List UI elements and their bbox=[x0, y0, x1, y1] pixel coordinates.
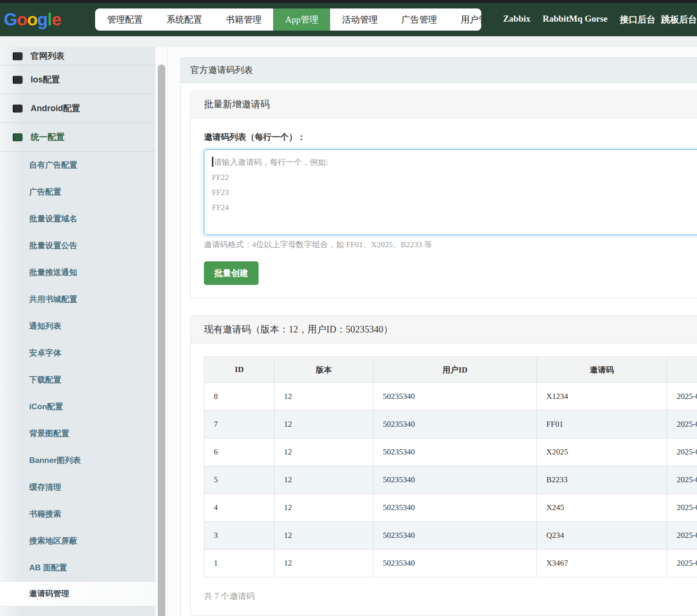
sidebar-item-统一配置[interactable]: 统一配置 bbox=[0, 123, 155, 152]
nav-item-用户管理[interactable]: 用户管理 bbox=[449, 8, 481, 31]
logo-letter: o bbox=[27, 10, 37, 29]
table-header-cell: 版本 bbox=[275, 357, 373, 383]
google-logo[interactable]: Google bbox=[4, 10, 95, 30]
placeholder-line: FF22 bbox=[212, 170, 697, 185]
table-row: 81250235340X12342025-08 bbox=[204, 383, 697, 411]
table-cell: 50235340 bbox=[373, 438, 537, 466]
table-cell: FF01 bbox=[537, 411, 667, 438]
sidebar-menu: 官网列表Ios配置Android配置统一配置自有广告配置广告配置批量设置域名批量… bbox=[0, 47, 155, 616]
sidebar-item-官网列表[interactable]: 官网列表 bbox=[0, 47, 155, 65]
sidebar-item-label: Ios配置 bbox=[31, 74, 60, 85]
table-cell: 12 bbox=[275, 494, 373, 522]
batch-create-button[interactable]: 批量创建 bbox=[204, 261, 259, 285]
nav-item-系统配置[interactable]: 系统配置 bbox=[154, 8, 214, 31]
sidebar-item-通知列表[interactable]: 通知列表 bbox=[0, 313, 155, 340]
nav-link[interactable]: 跳板后台 bbox=[661, 14, 697, 26]
page-panel-body: 批量新增邀请码 邀请码列表（每行一个）： 请输入邀请码，每行一个，例如:FF22… bbox=[181, 83, 697, 616]
table-cell: 6 bbox=[204, 438, 275, 466]
invite-codes-textarea[interactable]: 请输入邀请码，每行一个，例如:FF22FF23FF24 bbox=[204, 149, 697, 235]
invite-codes-count: 共 7 个邀请码 bbox=[204, 591, 697, 602]
sidebar-item-AB 面配置[interactable]: AB 面配置 bbox=[0, 554, 155, 581]
table-cell: 50235340 bbox=[373, 383, 537, 411]
table-row: 51250235340B22332025-08 bbox=[204, 466, 697, 494]
table-row: 11250235340X34672025-06 bbox=[204, 550, 697, 577]
sidebar-item-Android配置[interactable]: Android配置 bbox=[0, 94, 155, 123]
sidebar-item-批量推送通知[interactable]: 批量推送通知 bbox=[0, 259, 155, 286]
sidebar-scrollbar-thumb[interactable] bbox=[158, 65, 165, 616]
table-cell: 2025-08 bbox=[667, 494, 697, 522]
table-cell: X3467 bbox=[537, 550, 667, 577]
table-cell: 8 bbox=[204, 383, 275, 411]
table-cell: 12 bbox=[275, 550, 373, 577]
sidebar-item-背景图配置[interactable]: 背景图配置 bbox=[0, 420, 155, 447]
sidebar-item-label: 统一配置 bbox=[31, 131, 65, 143]
sidebar-item-书籍搜索[interactable]: 书籍搜索 bbox=[0, 501, 155, 527]
table-cell: 12 bbox=[275, 438, 373, 466]
table-row: 31250235340Q2342025-08 bbox=[204, 522, 697, 550]
existing-codes-panel: 现有邀请码（版本：12，用户ID：50235340） ID版本用户ID邀请码 8… bbox=[190, 316, 697, 616]
batch-create-body: 邀请码列表（每行一个）： 请输入邀请码，每行一个，例如:FF22FF23FF24… bbox=[191, 118, 697, 298]
panel-gap bbox=[190, 299, 697, 316]
table-cell: 2025-08 bbox=[667, 383, 697, 411]
table-row: 41250235340X2452025-08 bbox=[204, 494, 697, 522]
table-cell: 50235340 bbox=[373, 494, 537, 522]
book-icon bbox=[13, 133, 23, 141]
textarea-placeholder: 请输入邀请码，每行一个，例如:FF22FF23FF24 bbox=[212, 155, 697, 215]
table-row: 61250235340X20252025-08 bbox=[204, 438, 697, 466]
top-navbar: Google 管理配置系统配置书籍管理App管理活动管理广告管理用户管理 Zab… bbox=[0, 3, 697, 36]
sidebar-item-iCon配置[interactable]: iCon配置 bbox=[0, 393, 155, 420]
table-cell: Q234 bbox=[537, 522, 667, 550]
table-cell: X245 bbox=[537, 494, 667, 522]
table-cell: 2025-08 bbox=[667, 466, 697, 494]
table-cell: 2025-08 bbox=[667, 411, 697, 438]
table-body: 81250235340X12342025-0871250235340FF0120… bbox=[204, 383, 697, 577]
nav-external-links: ZabbixRabbitMq Gorse接口后台跳板后台 bbox=[503, 14, 697, 26]
table-cell: 50235340 bbox=[373, 550, 537, 577]
nav-menu: 管理配置系统配置书籍管理App管理活动管理广告管理用户管理 bbox=[95, 8, 481, 31]
table-cell: 5 bbox=[204, 466, 275, 494]
table-cell: 12 bbox=[275, 522, 373, 550]
sidebar-item-label: Android配置 bbox=[31, 103, 80, 114]
nav-link[interactable]: RabbitMq Gorse bbox=[543, 14, 608, 26]
table-cell: 12 bbox=[275, 466, 373, 494]
invite-code-format-hint: 邀请码格式：4位以上字母数字组合，如 FF01、X2025、B2233 等 bbox=[204, 239, 697, 250]
logo-letter: l bbox=[48, 10, 52, 29]
invite-codes-table: ID版本用户ID邀请码 81250235340X12342025-0871250… bbox=[204, 357, 697, 577]
sidebar-item-Ios配置[interactable]: Ios配置 bbox=[0, 65, 155, 94]
table-cell: X2025 bbox=[537, 438, 667, 466]
main-content: 官方邀请码列表 批量新增邀请码 邀请码列表（每行一个）： 请输入邀请码，每行一个… bbox=[168, 47, 697, 616]
sidebar-scrollbar-track[interactable] bbox=[155, 47, 168, 616]
sidebar-item-安卓字体[interactable]: 安卓字体 bbox=[0, 340, 155, 366]
table-cell: B2233 bbox=[537, 466, 667, 494]
table-cell: 1 bbox=[204, 550, 275, 577]
table-header-cell bbox=[667, 357, 697, 383]
table-header-cell: 邀请码 bbox=[537, 357, 667, 383]
sidebar-item-缓存清理[interactable]: 缓存清理 bbox=[0, 474, 155, 501]
nav-item-广告管理[interactable]: 广告管理 bbox=[389, 8, 449, 31]
nav-link[interactable]: Zabbix bbox=[503, 14, 530, 26]
logo-letter: G bbox=[4, 10, 17, 29]
invite-codes-page-panel: 官方邀请码列表 批量新增邀请码 邀请码列表（每行一个）： 请输入邀请码，每行一个… bbox=[180, 57, 697, 616]
nav-link[interactable]: 接口后台 bbox=[620, 14, 656, 26]
sidebar-item-批量设置域名[interactable]: 批量设置域名 bbox=[0, 205, 155, 232]
table-cell: 2025-06 bbox=[667, 550, 697, 577]
sidebar-item-邀请码管理[interactable]: 邀请码管理 bbox=[0, 581, 155, 607]
table-header-cell: ID bbox=[204, 357, 275, 383]
sidebar-item-自有广告配置[interactable]: 自有广告配置 bbox=[0, 152, 155, 178]
nav-item-App管理[interactable]: App管理 bbox=[273, 8, 330, 31]
book-icon bbox=[13, 76, 23, 84]
table-header-cell: 用户ID bbox=[373, 357, 537, 383]
table-cell: 50235340 bbox=[373, 411, 537, 438]
sidebar-item-批量设置公告[interactable]: 批量设置公告 bbox=[0, 232, 155, 259]
sidebar-item-共用书城配置[interactable]: 共用书城配置 bbox=[0, 286, 155, 313]
sidebar-item-Banner图列表[interactable]: Banner图列表 bbox=[0, 447, 155, 474]
sidebar-item-广告配置[interactable]: 广告配置 bbox=[0, 178, 155, 205]
nav-item-活动管理[interactable]: 活动管理 bbox=[330, 8, 389, 31]
nav-item-书籍管理[interactable]: 书籍管理 bbox=[214, 8, 273, 31]
sidebar-item-搜索地区屏蔽[interactable]: 搜索地区屏蔽 bbox=[0, 527, 155, 554]
page-title: 官方邀请码列表 bbox=[181, 58, 697, 83]
table-cell: 7 bbox=[204, 411, 275, 438]
nav-item-管理配置[interactable]: 管理配置 bbox=[95, 8, 154, 31]
table-cell: 50235340 bbox=[373, 466, 537, 494]
sidebar-item-下载配置[interactable]: 下载配置 bbox=[0, 366, 155, 393]
